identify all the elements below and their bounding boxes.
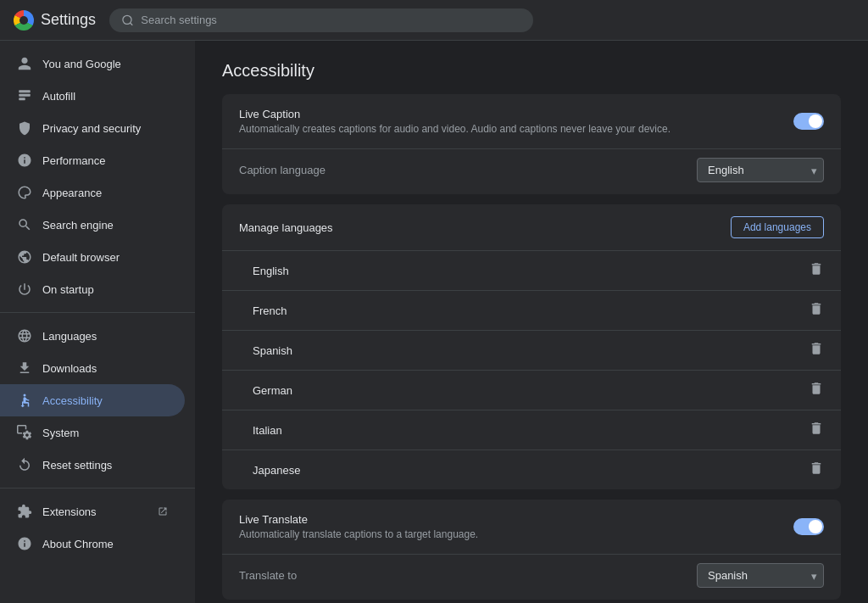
accessibility-icon (17, 393, 32, 408)
sidebar-item-system[interactable]: System (0, 416, 185, 449)
search-input[interactable] (141, 14, 521, 26)
manage-languages-header: Manage languages Add languages (222, 204, 841, 251)
sidebar-item-extensions[interactable]: Extensions (0, 495, 185, 528)
language-name-spanish: Spanish (253, 344, 292, 357)
language-item-italian: Italian (222, 410, 841, 450)
sidebar-label-extensions: Extensions (42, 505, 147, 518)
caption-language-label: Caption language (239, 164, 326, 176)
live-caption-row: Live Caption Automatically creates capti… (222, 94, 841, 149)
search-icon (121, 14, 134, 27)
sidebar-divider-2 (0, 488, 195, 489)
translate-to-select[interactable]: Spanish (697, 563, 824, 588)
language-name-french: French (253, 304, 287, 317)
language-name-german: German (253, 384, 292, 397)
startup-icon (17, 282, 32, 297)
system-icon (17, 425, 32, 440)
sidebar: You and Google Autofill Privacy and secu… (0, 41, 195, 603)
sidebar-item-languages[interactable]: Languages (0, 320, 185, 352)
delete-language-italian[interactable] (809, 421, 824, 439)
shield-icon (17, 120, 32, 136)
language-item-english: English (222, 251, 841, 291)
downloads-icon (17, 360, 32, 376)
sidebar-label-autofill: Autofill (42, 90, 168, 103)
manage-languages-card: Manage languages Add languages English F… (222, 204, 841, 489)
live-caption-card: Live Caption Automatically creates capti… (222, 94, 841, 194)
sidebar-label-downloads: Downloads (42, 362, 168, 375)
languages-icon (17, 328, 32, 343)
live-translate-desc: Automatically translate captions to a ta… (239, 528, 793, 540)
sidebar-label-about-chrome: About Chrome (42, 538, 168, 550)
search-engine-icon (17, 217, 32, 232)
about-chrome-icon (17, 536, 32, 551)
autofill-icon (17, 88, 32, 103)
main-layout: You and Google Autofill Privacy and secu… (0, 41, 868, 603)
sidebar-item-downloads[interactable]: Downloads (0, 352, 185, 384)
live-caption-desc: Automatically creates captions for audio… (239, 123, 793, 135)
delete-language-french[interactable] (809, 301, 824, 320)
delete-language-spanish[interactable] (809, 341, 824, 360)
live-caption-toggle[interactable] (793, 113, 824, 130)
caption-language-dropdown-wrapper: English (697, 158, 824, 182)
delete-language-german[interactable] (809, 381, 824, 399)
sidebar-item-reset-settings[interactable]: Reset settings (0, 449, 185, 481)
sidebar-item-you-and-google[interactable]: You and Google (0, 47, 185, 80)
sidebar-label-you-and-google: You and Google (42, 58, 168, 70)
sidebar-label-system: System (42, 427, 168, 439)
reset-icon (17, 457, 32, 472)
sidebar-label-reset-settings: Reset settings (42, 459, 168, 472)
live-caption-info: Live Caption Automatically creates capti… (239, 108, 793, 135)
sidebar-label-accessibility: Accessibility (42, 394, 168, 407)
sidebar-item-about-chrome[interactable]: About Chrome (0, 528, 185, 560)
sidebar-item-privacy-security[interactable]: Privacy and security (0, 112, 185, 144)
add-languages-button[interactable]: Add languages (731, 216, 824, 238)
live-caption-title: Live Caption (239, 108, 793, 120)
extensions-icon (17, 504, 32, 519)
topbar: Settings (0, 0, 868, 41)
chrome-logo (14, 10, 34, 31)
live-translate-card: Live Translate Automatically translate c… (222, 500, 841, 600)
sidebar-item-default-browser[interactable]: Default browser (0, 241, 185, 273)
sidebar-item-performance[interactable]: Performance (0, 144, 185, 176)
language-name-english: English (253, 265, 289, 277)
search-bar[interactable] (109, 8, 533, 32)
live-translate-info: Live Translate Automatically translate c… (239, 513, 793, 540)
language-item-french: French (222, 291, 841, 331)
sidebar-label-performance: Performance (42, 154, 168, 167)
sidebar-label-default-browser: Default browser (42, 251, 168, 264)
sidebar-item-search-engine[interactable]: Search engine (0, 209, 185, 241)
caption-language-select[interactable]: English (697, 158, 824, 182)
translate-to-dropdown-wrapper: Spanish (697, 563, 824, 588)
performance-icon (17, 153, 32, 168)
page-heading: Accessibility (222, 61, 841, 81)
svg-rect-3 (19, 94, 31, 97)
svg-point-5 (24, 394, 26, 397)
language-name-italian: Italian (253, 424, 282, 437)
delete-language-english[interactable] (809, 261, 824, 280)
live-translate-toggle[interactable] (793, 518, 824, 535)
appearance-icon (17, 185, 32, 200)
sidebar-item-autofill[interactable]: Autofill (0, 80, 185, 112)
sidebar-label-search-engine: Search engine (42, 219, 168, 232)
translate-to-label: Translate to (239, 569, 297, 582)
external-link-small-icon (158, 506, 168, 516)
delete-language-japanese[interactable] (809, 461, 824, 479)
sidebar-label-languages: Languages (42, 330, 168, 343)
live-translate-title: Live Translate (239, 513, 793, 526)
sidebar-item-on-startup[interactable]: On startup (0, 273, 185, 305)
language-item-japanese: Japanese (222, 450, 841, 489)
language-name-japanese: Japanese (253, 464, 300, 477)
svg-rect-4 (19, 98, 25, 100)
page-title-topbar: Settings (41, 11, 96, 29)
sidebar-label-appearance: Appearance (42, 187, 168, 199)
user-icon (17, 56, 32, 71)
default-browser-icon (17, 249, 32, 265)
svg-rect-2 (19, 90, 31, 92)
language-item-german: German (222, 371, 841, 410)
sidebar-item-appearance[interactable]: Appearance (0, 176, 185, 209)
translate-to-row: Translate to Spanish (222, 555, 841, 600)
sidebar-label-privacy-security: Privacy and security (42, 122, 168, 135)
manage-languages-title: Manage languages (239, 221, 333, 234)
chrome-logo-area: Settings (14, 10, 96, 31)
svg-line-1 (131, 22, 133, 25)
sidebar-item-accessibility[interactable]: Accessibility (0, 384, 185, 416)
